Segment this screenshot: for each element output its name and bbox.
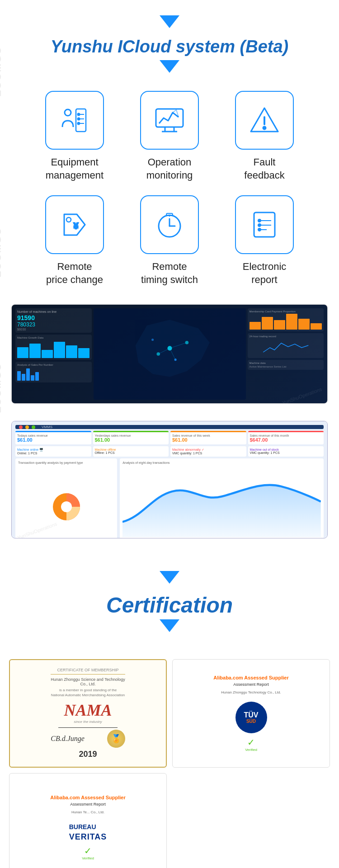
- trading-label: 24-hour trading record: [250, 335, 322, 338]
- cert-arrow-bottom-icon: [160, 619, 179, 632]
- feature-equipment-management: Equipmentmanagement: [34, 91, 115, 182]
- kpi-value-2: $61.00: [95, 437, 167, 443]
- cert-association: National Automatic Merchandising Associa…: [51, 693, 125, 697]
- pie-chart-label: Transaction quantity analysis by payment…: [18, 461, 83, 464]
- kpi-value-1: $61.00: [17, 437, 89, 443]
- feature-fault-feedback: Faultfeedback: [224, 91, 305, 182]
- kpi-row: Todays sales revenue $61.00 Yesterdays s…: [15, 431, 324, 444]
- nama-logo: NAMA: [51, 701, 125, 720]
- status-online-value: Online: 1 PCS: [17, 452, 89, 455]
- check-icon-1: ✓: [247, 737, 255, 748]
- monitoring-label: Operationmonitoring: [146, 156, 193, 182]
- timer-icon-box: [140, 195, 199, 254]
- dashboard-light-section: VMMS Todays sales revenue $61.00 Yesterd…: [0, 421, 339, 556]
- cert-arrow-top-icon: [160, 571, 179, 584]
- right-panel-1: Membership Card Payment Proportion: [248, 308, 324, 331]
- nama-cert-card: CERTIFICATE OF MEMBERSHIP Hunan Zhonggu …: [9, 659, 167, 768]
- cert-arrow-bottom: [9, 619, 330, 632]
- fault-icon: [249, 104, 280, 136]
- kpi-label-3: Sales revenue of this week: [172, 434, 245, 437]
- kpi-label-4: Sales revenue of this month: [250, 434, 322, 437]
- price-label: Remoteprice change: [46, 260, 103, 286]
- status-abnormal: Machine abnormally ✓ VMC quantity: 1 PCS: [170, 446, 246, 457]
- left-panel-3: Analysis of Sales Per Number: [15, 362, 92, 382]
- title-bar: VMMS: [15, 425, 324, 429]
- amount-label: $6030: [17, 328, 90, 331]
- monitor-icon: [154, 104, 185, 136]
- svg-point-28: [259, 229, 261, 231]
- equipment-label: Equipmentmanagement: [46, 156, 104, 182]
- status-outofstock-value: VMC quantity: 1 PCS: [250, 451, 322, 454]
- kpi-todays-sales: Todays sales revenue $61.00: [15, 431, 91, 444]
- charts-row: Transaction quantity analysis by payment…: [15, 458, 324, 538]
- line-chart-main-svg: [122, 466, 321, 538]
- dashboard-light-image: VMMS Todays sales revenue $61.00 Yesterd…: [11, 421, 328, 538]
- cert-signature-line: [58, 727, 118, 728]
- svg-point-15: [66, 217, 71, 222]
- svg-point-27: [259, 224, 261, 226]
- tuv-text: TÜV: [244, 712, 259, 719]
- china-map-svg: [94, 308, 246, 400]
- certs-top-grid: CERTIFICATE OF MEMBERSHIP Hunan Zhonggu …: [0, 650, 339, 868]
- report-icon-box: [235, 195, 294, 254]
- status-offline: Machine offline Offline: 1 PCS: [93, 446, 169, 457]
- kpi-value-4: $647.00: [250, 437, 322, 443]
- cert-org-2: Co., Ltd.: [51, 682, 125, 686]
- bar-chart-1: [17, 340, 90, 358]
- page-title: Yunshu ICloud system (Beta): [9, 37, 330, 57]
- chart-label: Machine Growth Data: [17, 336, 90, 339]
- kpi-value-3: $61.00: [172, 437, 245, 443]
- arrow-top: [9, 15, 330, 28]
- right-panels: Membership Card Payment Proportion 24-ho…: [248, 308, 324, 400]
- panel-title-1: Number of machines on line: [17, 310, 90, 313]
- timer-label: Remotetiming switch: [141, 260, 198, 286]
- kpi-month-sales: Sales revenue of this month $647.00: [248, 431, 324, 444]
- timer-icon: [154, 209, 185, 241]
- check-icon-2: ✓: [84, 845, 92, 856]
- arrow-bottom: [9, 60, 330, 73]
- left-panel-1: Number of machines on line 91590 780323 …: [15, 308, 92, 333]
- alibaba-tuv-cert-card: Alibaba.com Assessed Supplier Assessment…: [172, 659, 330, 768]
- price-icon: ¥: [59, 209, 90, 241]
- verified-label-1: Verified: [245, 748, 257, 752]
- alibaba-supplier-label-1: Alibaba.com Assessed Supplier: [213, 675, 288, 680]
- svg-text:¥: ¥: [74, 222, 78, 231]
- feature-electronic-report: Electronicreport: [224, 195, 305, 286]
- svg-point-38: [61, 501, 72, 512]
- feature-remote-price-change: ¥ Remoteprice change: [34, 195, 115, 286]
- status-offline-label: Machine offline: [95, 448, 167, 451]
- features-grid: Equipmentmanagement Operationmonitoring: [0, 86, 339, 295]
- status-offline-value: Offline: 1 PCS: [95, 451, 167, 454]
- cert-tagline: since the industry: [51, 720, 125, 724]
- pie-chart-svg: [51, 491, 82, 523]
- svg-point-7: [78, 123, 80, 124]
- veritas-text: VERITAS: [69, 832, 107, 842]
- bar-chart-2: [17, 367, 90, 381]
- svg-point-26: [259, 220, 261, 222]
- bar-chart-3: [250, 314, 322, 330]
- cert-org: Hunan Zhonggu Science and Technology: [51, 677, 125, 682]
- assessment-report-label-1: Assessment Report: [233, 682, 269, 687]
- line-chart-svg: [250, 339, 322, 354]
- tuv-logo: TÜV SÜD: [235, 702, 267, 733]
- certification-section: Certification: [0, 556, 339, 650]
- price-icon-box: ¥: [45, 195, 104, 254]
- arrow-down-icon: [160, 15, 179, 28]
- kpi-week-sales: Sales revenue of this week $61.00: [170, 431, 246, 444]
- fault-icon-box: [235, 91, 294, 150]
- center-map: [94, 308, 246, 400]
- verified-label-2: Verified: [82, 856, 94, 860]
- pie-chart-area: Transaction quantity analysis by payment…: [15, 458, 117, 538]
- equipment-icon: [59, 104, 90, 136]
- cert-body-text: is a member in good standing of the: [51, 688, 125, 692]
- report-icon: [249, 209, 280, 241]
- svg-point-6: [78, 118, 80, 120]
- header-section: Yunshu ICloud system (Beta): [0, 0, 339, 86]
- cert-membership-title: CERTIFICATE OF MEMBERSHIP: [51, 668, 125, 675]
- kpi-label-2: Yesterdays sales revenue: [95, 434, 167, 437]
- status-abnormal-label: Machine abnormally ✓: [172, 448, 245, 452]
- machine-data: Active Maintenance Series List: [250, 365, 322, 368]
- equipment-icon-box: [45, 91, 104, 150]
- machine-label: Machine data: [250, 362, 322, 364]
- right-panel-2: 24-hour trading record: [248, 333, 324, 358]
